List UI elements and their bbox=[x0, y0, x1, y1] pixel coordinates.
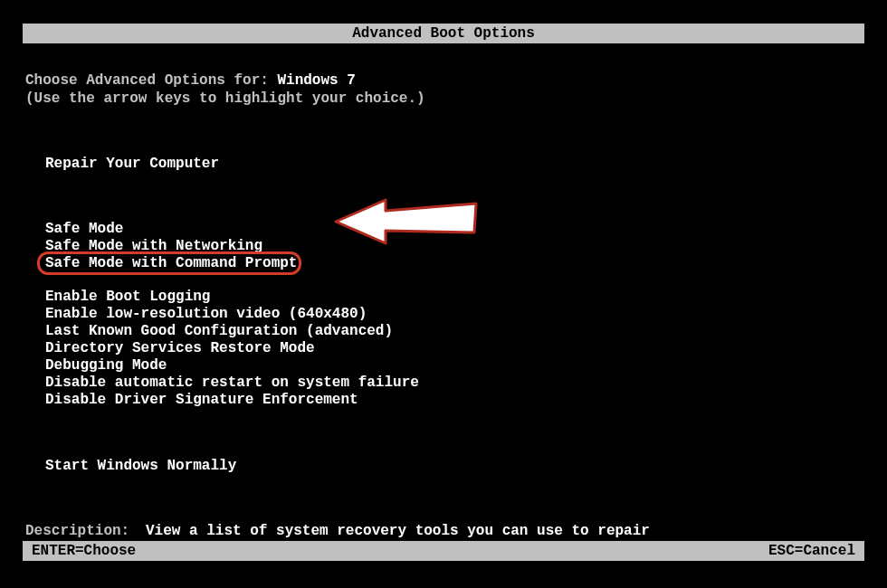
option-safe-mode-networking[interactable]: Safe Mode with Networking bbox=[45, 238, 862, 255]
option-safe-mode-command-prompt[interactable]: Safe Mode with Command Prompt bbox=[45, 255, 297, 272]
option-disable-driver-sig[interactable]: Disable Driver Signature Enforcement bbox=[45, 392, 862, 409]
option-debugging-mode[interactable]: Debugging Mode bbox=[45, 357, 862, 375]
option-disable-auto-restart[interactable]: Disable automatic restart on system fail… bbox=[45, 375, 862, 392]
content: Choose Advanced Options for: Windows 7 (… bbox=[25, 72, 862, 557]
option-start-windows-normally[interactable]: Start Windows Normally bbox=[45, 458, 862, 474]
option-enable-boot-logging[interactable]: Enable Boot Logging bbox=[45, 289, 862, 306]
option-repair-computer[interactable]: Repair Your Computer bbox=[45, 156, 862, 172]
os-name: Windows 7 bbox=[277, 72, 355, 89]
option-last-known-good[interactable]: Last Known Good Configuration (advanced) bbox=[45, 323, 862, 340]
intro-line1: Choose Advanced Options for: Windows 7 bbox=[25, 72, 862, 89]
footer-enter: ENTER=Choose bbox=[32, 541, 136, 561]
boot-options-group2: Enable Boot Logging Enable low-resolutio… bbox=[45, 289, 862, 409]
intro-prefix: Choose Advanced Options for: bbox=[25, 72, 277, 89]
option-low-res-video[interactable]: Enable low-resolution video (640x480) bbox=[45, 306, 862, 323]
boot-options-group1: Safe Mode Safe Mode with Networking Safe… bbox=[45, 221, 862, 272]
footer-bar: ENTER=Choose ESC=Cancel bbox=[23, 541, 864, 561]
footer-esc: ESC=Cancel bbox=[768, 541, 855, 561]
watermark: 2-remove-virus.com bbox=[0, 214, 9, 588]
page-title: Advanced Boot Options bbox=[352, 25, 535, 42]
option-safe-mode[interactable]: Safe Mode bbox=[45, 221, 862, 238]
repair-label: Repair Your Computer bbox=[45, 156, 219, 172]
title-bar: Advanced Boot Options bbox=[23, 24, 864, 43]
option-directory-services-restore[interactable]: Directory Services Restore Mode bbox=[45, 340, 862, 357]
intro-line2: (Use the arrow keys to highlight your ch… bbox=[25, 90, 862, 107]
